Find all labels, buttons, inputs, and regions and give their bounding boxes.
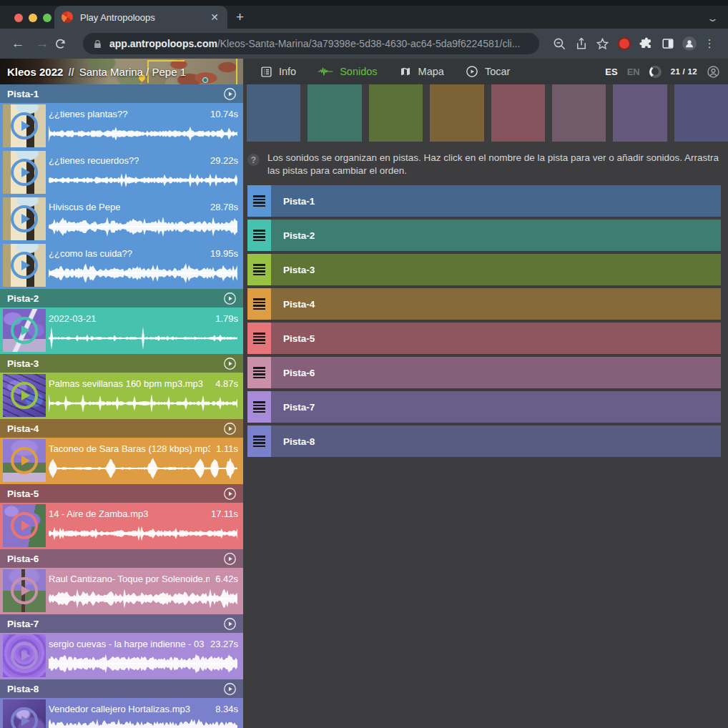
zoom-button[interactable] [552, 36, 566, 51]
maximize-window-button[interactable] [43, 14, 51, 22]
sidebar-clip[interactable]: sergio cuevas - la harpe indienne - 03 -… [0, 633, 243, 679]
clip-thumbnail[interactable] [3, 197, 46, 240]
bookmark-button[interactable] [596, 36, 610, 51]
track-row[interactable]: Pista-7 [247, 391, 721, 423]
sidebar-clip[interactable]: Vendedor callejero Hortalizas.mp38.34s [0, 698, 243, 728]
share-button[interactable] [574, 36, 589, 51]
track-row-body[interactable]: Pista-3 [271, 254, 721, 285]
new-tab-button[interactable]: + [236, 10, 244, 24]
clip-thumbnail[interactable] [3, 374, 46, 417]
track-row[interactable]: Pista-6 [247, 357, 721, 388]
sidebar-clip[interactable]: ¿¿tienes recuerdos??29.22s [0, 149, 243, 196]
sidebar-clip[interactable]: Hiviscus de Pepe28.78s [0, 196, 243, 242]
clip-thumbnail[interactable] [3, 569, 46, 612]
sidebar-clip[interactable]: ¿¿como las cuida??19.95s [0, 242, 243, 289]
track-row[interactable]: Pista-1 [247, 185, 721, 217]
sidebar-track-header[interactable]: Pista-6 [0, 549, 243, 568]
lang-en-button[interactable]: EN [627, 67, 640, 77]
clip-thumbnail[interactable] [3, 699, 46, 728]
track-row[interactable]: Pista-5 [247, 323, 721, 354]
track-play-button[interactable] [223, 292, 237, 305]
track-drag-handle[interactable] [247, 323, 271, 354]
track-row-body[interactable]: Pista-4 [271, 288, 721, 320]
sidebar-clip[interactable]: Palmas sevillanas 160 bpm mp3.mp34.87s [0, 373, 243, 419]
extensions-button[interactable] [639, 36, 654, 51]
track-row[interactable]: Pista-3 [247, 254, 721, 285]
sidebar-clip[interactable]: 14 - Aire de Zamba.mp317.11s [0, 503, 243, 549]
record-extension-button[interactable] [617, 36, 631, 51]
sidebar-track-header[interactable]: Pista-2 [0, 289, 243, 308]
clip-play-button[interactable] [11, 512, 38, 539]
track-row[interactable]: Pista-8 [247, 426, 721, 457]
tab-info[interactable]: Info [260, 66, 296, 78]
track-row-body[interactable]: Pista-1 [271, 185, 721, 217]
clip-play-button[interactable] [11, 205, 38, 232]
track-play-button[interactable] [223, 87, 237, 101]
address-bar[interactable]: app.antropoloops.com/Kleos-Santa-Marina/… [83, 33, 539, 54]
clip-play-button[interactable] [11, 317, 38, 344]
clip-play-button[interactable] [11, 252, 38, 279]
clip-play-button[interactable] [11, 112, 38, 139]
track-row-body[interactable]: Pista-5 [271, 323, 721, 354]
clip-thumbnail[interactable] [3, 439, 46, 482]
clip-play-button[interactable] [11, 382, 38, 409]
back-button[interactable]: ← [6, 36, 30, 51]
track-drag-handle[interactable] [247, 357, 271, 388]
track-drag-handle[interactable] [247, 426, 271, 457]
track-drag-handle[interactable] [247, 288, 271, 320]
profile-button[interactable] [682, 36, 697, 51]
sidebar-track-header[interactable]: Pista-1 [0, 84, 243, 103]
track-drag-handle[interactable] [247, 391, 271, 423]
track-play-button[interactable] [223, 487, 237, 501]
tab-sonidos[interactable]: Sonidos [318, 66, 377, 77]
clip-thumbnail[interactable] [3, 504, 46, 547]
track-drag-handle[interactable] [247, 220, 271, 251]
tab-close-icon[interactable]: ✕ [209, 11, 220, 23]
track-row-body[interactable]: Pista-6 [271, 357, 721, 388]
clip-play-button[interactable] [11, 707, 38, 728]
clip-thumbnail[interactable] [3, 309, 46, 352]
account-icon[interactable] [707, 65, 720, 79]
sidebar-track-header[interactable]: Pista-4 [0, 419, 243, 438]
track-row-body[interactable]: Pista-8 [271, 426, 721, 457]
track-play-button[interactable] [223, 682, 237, 696]
sidebar-clip[interactable]: 2022-03-211.79s [0, 308, 243, 354]
browser-menu-button[interactable]: ⋮ [704, 37, 715, 50]
tab-tocar[interactable]: Tocar [466, 65, 510, 78]
side-panel-button[interactable] [661, 36, 675, 51]
sidebar-clip[interactable]: Taconeo de Sara Baras (128 kbps).mp31.11… [0, 438, 243, 484]
track-row[interactable]: Pista-2 [247, 220, 721, 251]
sidebar-clip[interactable]: ¿¿tienes plantas??10.74s [0, 103, 243, 149]
sidebar-track-header[interactable]: Pista-8 [0, 679, 243, 698]
clip-play-button[interactable] [11, 642, 38, 669]
clip-thumbnail[interactable] [3, 104, 46, 147]
track-row-body[interactable]: Pista-2 [271, 220, 721, 251]
clip-thumbnail[interactable] [3, 244, 46, 287]
forward-button[interactable]: → [30, 36, 54, 51]
lang-es-button[interactable]: ES [605, 67, 617, 77]
tab-mapa[interactable]: Mapa [399, 66, 444, 77]
sidebar-track-header[interactable]: Pista-7 [0, 614, 243, 633]
sidebar-clip[interactable]: Raul Cantizano- Toque por Solenoide.mp36… [0, 568, 243, 614]
close-window-button[interactable] [14, 14, 23, 22]
clip-thumbnail[interactable] [3, 634, 46, 677]
track-play-button[interactable] [223, 617, 237, 631]
sidebar-track-header[interactable]: Pista-3 [0, 354, 243, 373]
browser-tab[interactable]: Play Antropoloops ✕ [54, 6, 227, 29]
track-row[interactable]: Pista-4 [247, 288, 721, 320]
clip-play-button[interactable] [11, 447, 38, 474]
sidebar-track-header[interactable]: Pista-5 [0, 484, 243, 503]
minimize-window-button[interactable] [29, 14, 37, 22]
clip-play-button[interactable] [11, 577, 38, 604]
clip-thumbnail[interactable] [3, 151, 46, 194]
reload-button[interactable] [54, 38, 79, 50]
tab-search-chevron-icon[interactable]: ⌄ [707, 13, 719, 24]
clip-play-button[interactable] [11, 159, 38, 186]
track-row-body[interactable]: Pista-7 [271, 391, 721, 423]
window-controls[interactable] [14, 14, 51, 22]
track-play-button[interactable] [223, 357, 237, 370]
track-play-button[interactable] [223, 552, 237, 566]
track-drag-handle[interactable] [247, 254, 271, 285]
track-play-button[interactable] [223, 422, 237, 436]
track-drag-handle[interactable] [247, 185, 271, 217]
